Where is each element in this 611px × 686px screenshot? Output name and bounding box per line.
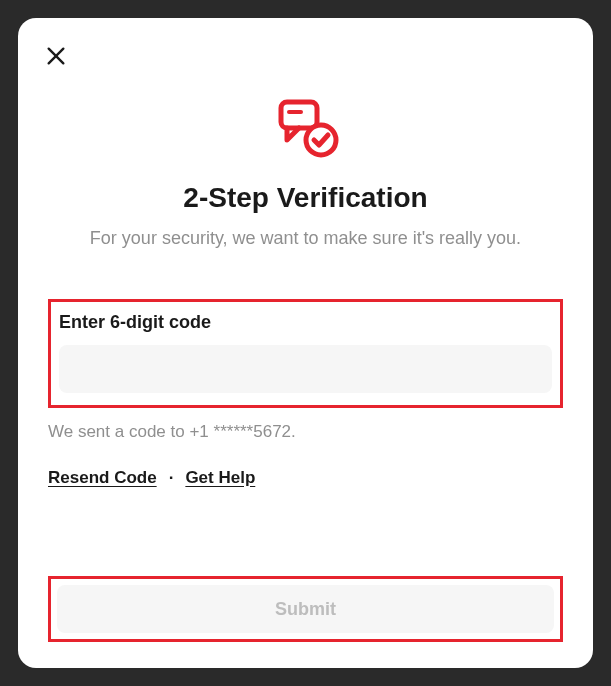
submit-highlight: Submit: [48, 576, 563, 642]
code-label: Enter 6-digit code: [59, 312, 552, 333]
hero-section: 2-Step Verification For your security, w…: [48, 96, 563, 249]
links-row: Resend Code · Get Help: [48, 468, 563, 488]
modal-subtitle: For your security, we want to make sure …: [90, 228, 521, 249]
close-button[interactable]: [38, 38, 74, 74]
resend-code-link[interactable]: Resend Code: [48, 468, 157, 488]
code-highlight: Enter 6-digit code: [48, 299, 563, 408]
sent-message: We sent a code to +1 ******5672.: [48, 422, 563, 442]
close-icon: [45, 45, 67, 67]
separator-dot: ·: [169, 468, 174, 488]
verification-modal: 2-Step Verification For your security, w…: [18, 18, 593, 668]
modal-title: 2-Step Verification: [183, 182, 427, 214]
verification-icon: [271, 96, 341, 160]
submit-button[interactable]: Submit: [57, 585, 554, 633]
code-section: Enter 6-digit code We sent a code to +1 …: [48, 299, 563, 488]
code-input[interactable]: [59, 345, 552, 393]
get-help-link[interactable]: Get Help: [185, 468, 255, 488]
svg-rect-2: [281, 102, 317, 128]
